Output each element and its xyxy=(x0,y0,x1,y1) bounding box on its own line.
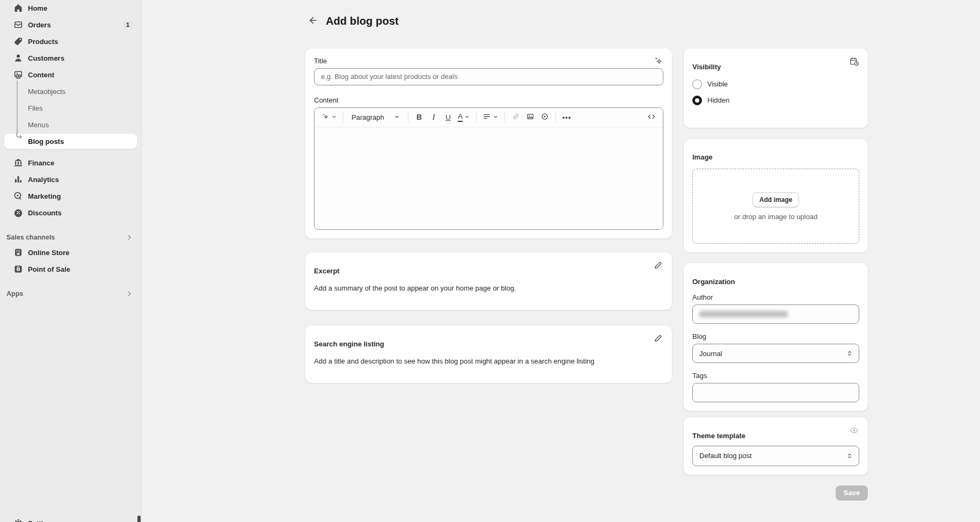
edit-seo-button[interactable] xyxy=(650,332,665,347)
code-icon xyxy=(647,112,656,122)
sidebar-item-discounts[interactable]: Discounts xyxy=(4,205,137,220)
alignment-button[interactable] xyxy=(480,110,501,124)
sidebar-scrollbar-thumb[interactable] xyxy=(137,516,141,522)
back-button[interactable] xyxy=(305,14,320,29)
sidebar-item-label: Discounts xyxy=(28,209,62,217)
radio-checked[interactable] xyxy=(692,96,702,105)
page-header: Add blog post xyxy=(305,0,868,48)
paragraph-style-dropdown[interactable]: Paragraph xyxy=(347,110,404,124)
sidebar-item-online-store[interactable]: Online Store xyxy=(4,245,137,260)
radio-label: Visible xyxy=(707,80,728,88)
visibility-option-visible[interactable]: Visible xyxy=(692,79,859,89)
text-color-button[interactable]: A xyxy=(456,110,472,124)
insert-image-button[interactable] xyxy=(523,110,537,124)
save-button[interactable]: Save xyxy=(836,485,868,501)
app-shell: Home Orders 1 Products Customers C xyxy=(0,0,980,522)
insert-video-button[interactable] xyxy=(538,110,552,124)
tags-label: Tags xyxy=(692,372,859,380)
bold-button[interactable]: B xyxy=(412,110,426,124)
drop-hint-text: or drop an image to upload xyxy=(734,213,817,221)
underline-button[interactable]: U xyxy=(441,110,455,124)
italic-button[interactable]: I xyxy=(427,110,441,124)
left-column: Title Content xyxy=(305,48,672,383)
chevron-right-icon xyxy=(125,289,134,298)
chevron-down-icon xyxy=(493,113,499,121)
select-chevrons-icon xyxy=(846,350,853,357)
page-title: Add blog post xyxy=(326,15,399,27)
tree-branch-arrow-icon xyxy=(13,133,23,143)
sidebar-item-menus[interactable]: Menus xyxy=(4,117,137,132)
insert-link-button[interactable] xyxy=(509,110,523,124)
author-input[interactable] xyxy=(692,305,859,324)
add-image-button[interactable]: Add image xyxy=(752,192,799,207)
tags-field-group: Tags xyxy=(692,372,859,402)
excerpt-card: Excerpt Add a summary of the post to app… xyxy=(305,252,672,310)
redacted-author-value xyxy=(699,311,788,317)
sidebar-item-products[interactable]: Products xyxy=(4,34,137,49)
edit-excerpt-button[interactable] xyxy=(650,259,665,274)
toolbar-divider xyxy=(343,112,343,122)
sidebar-item-point-of-sale[interactable]: Point of Sale xyxy=(4,262,137,277)
sidebar-item-content[interactable]: Content xyxy=(4,67,137,82)
paragraph-style-label: Paragraph xyxy=(352,113,384,121)
image-heading: Image xyxy=(692,153,859,161)
radio-unchecked[interactable] xyxy=(692,79,702,89)
image-dropzone[interactable]: Add image or drop an image to upload xyxy=(692,169,859,244)
sidebar-item-label: Marketing xyxy=(28,192,61,200)
sidebar-item-label: Customers xyxy=(28,54,64,62)
storefront-icon xyxy=(13,247,24,258)
tags-input[interactable] xyxy=(692,383,859,402)
chevron-down-icon xyxy=(331,113,337,121)
toolbar-divider xyxy=(555,112,556,122)
blog-label: Blog xyxy=(692,332,859,340)
blog-select[interactable]: Journal xyxy=(692,344,859,363)
toolbar-divider xyxy=(408,112,408,122)
target-cursor-icon xyxy=(13,191,24,201)
excerpt-description: Add a summary of the post to appear on y… xyxy=(314,284,663,294)
play-circle-icon xyxy=(540,112,549,122)
rich-text-editor: Paragraph B I U A xyxy=(314,107,663,230)
text-color-glyph: A xyxy=(458,113,463,122)
select-chevrons-icon xyxy=(846,452,853,460)
sidebar-item-label: Online Store xyxy=(28,249,69,257)
home-icon xyxy=(13,3,24,13)
sparkles-icon xyxy=(321,112,330,122)
calendar-clock-icon xyxy=(849,56,859,68)
schedule-visibility-button[interactable] xyxy=(846,55,861,70)
orders-count-badge: 1 xyxy=(123,21,133,28)
sidebar-item-metaobjects[interactable]: Metaobjects xyxy=(4,84,137,99)
eye-icon xyxy=(849,425,859,437)
content-editor-area[interactable] xyxy=(315,127,663,229)
preview-template-button[interactable] xyxy=(846,424,861,439)
theme-template-heading: Theme template xyxy=(692,432,859,440)
sidebar-item-home[interactable]: Home xyxy=(4,1,137,16)
theme-template-select[interactable]: Default blog post xyxy=(692,446,859,466)
discount-badge-icon xyxy=(13,207,24,218)
gear-icon xyxy=(13,518,24,522)
sales-channels-header[interactable]: Sales channels xyxy=(0,230,141,245)
image-icon xyxy=(526,112,535,122)
sidebar-item-analytics[interactable]: Analytics xyxy=(4,172,137,187)
visibility-option-hidden[interactable]: Hidden xyxy=(692,96,859,105)
bar-chart-icon xyxy=(13,174,24,185)
visibility-options: Visible Hidden xyxy=(692,79,859,119)
ai-assist-button[interactable] xyxy=(319,110,339,124)
sidebar-item-finance[interactable]: Finance xyxy=(4,155,137,170)
sidebar-item-label: Content xyxy=(28,71,54,79)
pos-bag-icon xyxy=(13,264,24,274)
sidebar-item-settings[interactable]: Settings xyxy=(4,516,137,522)
code-view-button[interactable] xyxy=(645,110,659,124)
more-formatting-button[interactable]: ••• xyxy=(560,110,574,124)
author-field-group: Author xyxy=(692,293,859,324)
apps-header[interactable]: Apps xyxy=(0,286,141,301)
sidebar-item-marketing[interactable]: Marketing xyxy=(4,189,137,204)
title-input[interactable] xyxy=(314,68,663,85)
sidebar-item-files[interactable]: Files xyxy=(4,100,137,115)
sidebar-item-customers[interactable]: Customers xyxy=(4,50,137,66)
sidebar-item-orders[interactable]: Orders 1 xyxy=(4,17,137,32)
sidebar-item-blog-posts[interactable]: Blog posts xyxy=(4,134,137,149)
magic-write-button[interactable] xyxy=(650,55,665,70)
chevron-down-icon xyxy=(394,113,400,121)
right-column: Visibility Visible Hidden xyxy=(684,48,868,501)
theme-template-value: Default blog post xyxy=(699,452,752,460)
